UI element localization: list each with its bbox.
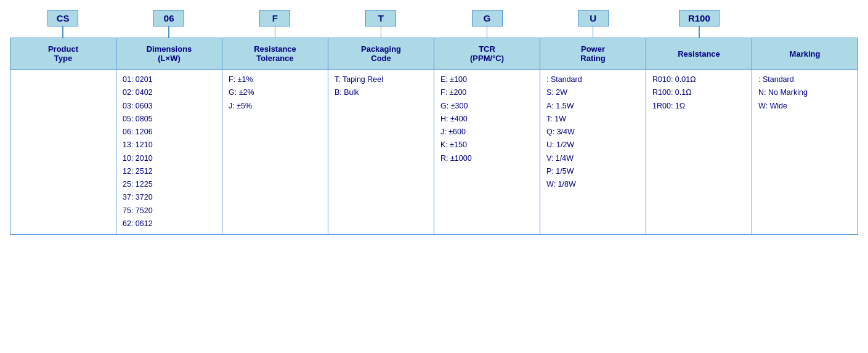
list-item: 05: 0805: [123, 113, 216, 126]
list-item: 06: 1206: [123, 126, 216, 139]
list-item: 1R00: 1Ω: [652, 100, 745, 113]
list-item: 25: 1225: [123, 178, 216, 191]
code-box-6: R100: [679, 10, 720, 26]
header-cell-7: Marking: [752, 38, 858, 69]
code-box-2: F: [259, 10, 290, 26]
list-item: 12: 2512: [123, 165, 216, 178]
list-item: G: ±2%: [229, 86, 322, 99]
list-item: J: ±600: [440, 126, 533, 139]
list-item: H: ±400: [440, 113, 533, 126]
list-item: J: ±5%: [229, 100, 322, 113]
connector-line-0: [62, 26, 63, 38]
header-cell-2: ResistanceTolerance: [222, 38, 328, 69]
list-item: R100: 0.1Ω: [652, 86, 745, 99]
data-cell-0: [10, 70, 116, 234]
list-item: 03: 0603: [123, 100, 216, 113]
list-item: W: 1/8W: [546, 178, 639, 191]
col-wrapper-4: G: [434, 10, 540, 38]
connector-line-6: [699, 26, 700, 38]
code-box-0: CS: [47, 10, 79, 26]
list-item: 02: 0402: [123, 86, 216, 99]
data-cell-5: : StandardS: 2WA: 1.5WT: 1WQ: 3/4WU: 1/2…: [540, 70, 646, 234]
col-wrapper-1: 06: [116, 10, 222, 38]
header-cell-3: PackagingCode: [328, 38, 434, 69]
list-item: T: 1W: [546, 113, 639, 126]
code-box-4: G: [472, 10, 503, 26]
col-wrapper-6: R100: [646, 10, 752, 38]
list-item: 62: 0612: [123, 217, 216, 230]
list-item: : Standard: [758, 73, 851, 86]
col-wrapper-2: F: [222, 10, 328, 38]
list-item: E: ±100: [440, 73, 533, 86]
list-item: : Standard: [546, 73, 639, 86]
header-cell-0: ProductType: [10, 38, 116, 69]
code-box-1: 06: [153, 10, 184, 26]
col-wrapper-5: U: [540, 10, 646, 38]
list-item: 37: 3720: [123, 191, 216, 204]
header-cell-6: Resistance: [646, 38, 752, 69]
header-row: ProductTypeDimensions(L×W)ResistanceTole…: [10, 38, 858, 69]
connector-line-4: [487, 26, 488, 38]
connector-line-1: [168, 26, 169, 38]
connector-line-3: [381, 26, 382, 38]
list-item: F: ±1%: [229, 73, 322, 86]
list-item: 75: 7520: [123, 205, 216, 217]
connector-line-5: [593, 26, 594, 38]
col-wrapper-7: [752, 10, 858, 38]
list-item: F: ±200: [440, 86, 533, 99]
list-item: 10: 2010: [123, 152, 216, 165]
col-wrapper-0: CS: [10, 10, 116, 38]
list-item: V: 1/4W: [546, 152, 639, 165]
list-item: U: 1/2W: [546, 139, 639, 152]
list-item: 13: 1210: [123, 139, 216, 152]
list-item: A: 1.5W: [546, 100, 639, 113]
code-box-3: T: [365, 10, 396, 26]
list-item: R: ±1000: [440, 152, 533, 165]
data-cell-4: E: ±100F: ±200G: ±300H: ±400J: ±600K: ±1…: [434, 70, 540, 234]
connector-line-2: [275, 26, 276, 38]
part-number-diagram: CS06FTGUR100 ProductTypeDimensions(L×W)R…: [10, 10, 858, 235]
list-item: 01: 0201: [123, 73, 216, 86]
data-cell-2: F: ±1%G: ±2%J: ±5%: [222, 70, 328, 234]
header-cell-1: Dimensions(L×W): [116, 38, 222, 69]
list-item: N: No Marking: [758, 86, 851, 99]
data-cell-1: 01: 020102: 040203: 060305: 080506: 1206…: [116, 70, 222, 234]
list-item: Q: 3/4W: [546, 126, 639, 139]
list-item: S: 2W: [546, 86, 639, 99]
code-box-5: U: [578, 10, 609, 26]
list-item: W: Wide: [758, 100, 851, 113]
data-cell-3: T: Taping ReelB: Bulk: [328, 70, 434, 234]
header-cell-5: PowerRating: [540, 38, 646, 69]
list-item: K: ±150: [440, 139, 533, 152]
data-cell-6: R010: 0.01ΩR100: 0.1Ω1R00: 1Ω: [646, 70, 752, 234]
data-cell-7: : StandardN: No MarkingW: Wide: [752, 70, 858, 234]
col-wrapper-3: T: [328, 10, 434, 38]
header-cell-4: TCR(PPM/°C): [434, 38, 540, 69]
code-row: CS06FTGUR100: [10, 10, 858, 38]
list-item: R010: 0.01Ω: [652, 73, 745, 86]
data-row: 01: 020102: 040203: 060305: 080506: 1206…: [10, 69, 858, 235]
list-item: P: 1/5W: [546, 165, 639, 178]
list-item: T: Taping Reel: [335, 73, 428, 86]
list-item: G: ±300: [440, 100, 533, 113]
list-item: B: Bulk: [335, 86, 428, 99]
